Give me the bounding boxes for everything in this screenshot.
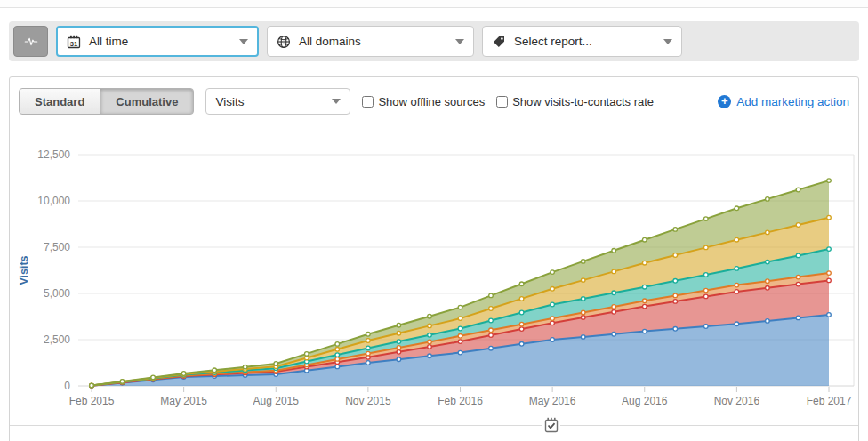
data-point-yellow xyxy=(766,230,770,235)
domains-select[interactable]: All domains xyxy=(267,26,474,57)
data-point-blue xyxy=(766,319,770,324)
y-tick-label: 5,000 xyxy=(44,287,70,300)
date-range-select[interactable]: 31 All time xyxy=(56,26,259,57)
calendar-icon: 31 xyxy=(67,35,81,49)
clipboard-check-icon xyxy=(544,417,559,433)
report-select[interactable]: Select report... xyxy=(482,26,682,57)
data-point-orange xyxy=(735,283,739,287)
visits-contacts-checkbox[interactable] xyxy=(496,96,508,108)
data-point-teal xyxy=(796,253,800,258)
marketing-action-marker[interactable] xyxy=(542,417,560,436)
data-point-green xyxy=(766,197,770,202)
standard-toggle-button[interactable]: Standard xyxy=(19,88,100,115)
data-point-teal xyxy=(612,291,616,295)
data-point-green xyxy=(796,188,800,192)
plus-circle-icon: + xyxy=(718,95,731,108)
data-point-orange xyxy=(489,328,494,333)
data-point-yellow xyxy=(519,297,524,301)
data-point-blue xyxy=(458,350,462,355)
view-mode-toggle: Standard Cumulative xyxy=(19,88,194,115)
report-value: Select report... xyxy=(514,35,592,48)
data-point-green xyxy=(243,365,247,369)
data-point-green xyxy=(120,380,125,384)
offline-sources-option: Show offline sources xyxy=(362,95,485,108)
data-point-blue xyxy=(827,313,832,317)
data-point-teal xyxy=(643,285,647,289)
metric-select[interactable]: Visits xyxy=(205,88,350,115)
data-point-green xyxy=(458,305,462,309)
data-point-yellow xyxy=(366,339,371,343)
data-point-red xyxy=(458,340,462,344)
data-point-blue xyxy=(704,325,709,329)
x-tick-label: Feb 2015 xyxy=(69,395,115,407)
data-point-teal xyxy=(735,267,739,271)
globe-icon xyxy=(277,35,291,49)
data-point-red xyxy=(827,278,832,283)
data-point-red xyxy=(581,316,585,320)
visits-stacked-area-chart[interactable]: 02,5005,0007,50010,00012,500VisitsFeb 20… xyxy=(10,125,858,425)
data-point-yellow xyxy=(458,317,462,321)
data-point-blue xyxy=(428,354,432,358)
date-range-value: All time xyxy=(89,35,128,48)
data-point-yellow xyxy=(735,237,739,242)
add-marketing-action-link[interactable]: + Add marketing action xyxy=(718,95,849,108)
data-point-red xyxy=(489,333,494,338)
data-point-blue xyxy=(366,361,371,365)
data-point-teal xyxy=(551,302,555,307)
y-tick-label: 12,500 xyxy=(37,148,70,161)
data-point-orange xyxy=(519,322,524,326)
y-tick-label: 7,500 xyxy=(44,241,70,253)
data-point-yellow xyxy=(612,269,616,274)
data-point-orange xyxy=(458,334,462,339)
data-point-green xyxy=(151,375,156,380)
data-point-orange xyxy=(612,305,616,309)
data-point-teal xyxy=(673,279,678,284)
y-axis-title: Visits xyxy=(18,255,30,285)
data-point-red xyxy=(428,345,432,349)
visits-contacts-option: Show visits-to-contacts rate xyxy=(496,95,654,108)
data-point-orange xyxy=(766,279,770,284)
report-panel: Standard Cumulative Visits Show offline … xyxy=(9,76,859,441)
domains-value: All domains xyxy=(299,35,361,48)
data-point-green xyxy=(551,270,555,275)
data-point-green xyxy=(704,217,709,221)
data-point-green xyxy=(827,179,832,183)
data-point-yellow xyxy=(428,324,432,328)
data-point-yellow xyxy=(551,287,555,292)
data-point-red xyxy=(612,310,616,315)
data-point-teal xyxy=(397,340,401,344)
data-point-green xyxy=(274,362,278,366)
x-tick-label: Feb 2016 xyxy=(438,395,483,407)
data-point-green xyxy=(181,372,186,376)
data-point-orange xyxy=(704,288,709,293)
data-point-yellow xyxy=(827,215,832,220)
data-point-blue xyxy=(612,333,616,337)
data-point-orange xyxy=(796,275,800,279)
data-point-teal xyxy=(519,310,524,315)
data-point-green xyxy=(673,228,678,232)
chevron-down-icon xyxy=(455,39,464,44)
filters-toolbar: 31 All time All domains Select report... xyxy=(9,21,859,61)
data-point-orange xyxy=(551,317,555,321)
data-point-blue xyxy=(489,346,494,350)
data-point-red xyxy=(704,294,709,299)
pulse-icon xyxy=(24,35,38,49)
data-point-red xyxy=(551,321,555,325)
x-tick-label: Nov 2016 xyxy=(714,395,760,407)
data-point-yellow xyxy=(796,223,800,228)
data-point-blue xyxy=(551,338,555,342)
data-point-teal xyxy=(366,346,371,350)
data-point-teal xyxy=(458,326,462,331)
data-point-blue xyxy=(735,322,739,326)
x-tick-label: Aug 2016 xyxy=(622,395,668,407)
data-point-blue xyxy=(796,316,800,320)
data-point-green xyxy=(612,249,616,253)
data-point-blue xyxy=(397,357,401,362)
y-tick-label: 10,000 xyxy=(37,195,70,207)
data-point-yellow xyxy=(305,356,309,360)
data-point-orange xyxy=(673,293,678,298)
top-header-strip xyxy=(0,0,868,8)
analytics-pulse-button[interactable] xyxy=(13,26,48,57)
cumulative-toggle-button[interactable]: Cumulative xyxy=(100,88,194,115)
offline-sources-checkbox[interactable] xyxy=(362,96,374,108)
